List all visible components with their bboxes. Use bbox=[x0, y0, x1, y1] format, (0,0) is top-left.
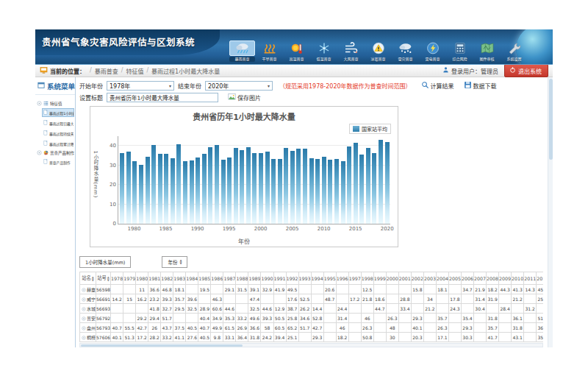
value-cell: 52.8 bbox=[311, 314, 323, 323]
expand-icon[interactable] bbox=[82, 287, 87, 292]
column-header-year[interactable]: 2012 bbox=[537, 272, 543, 285]
table-row-56792[interactable]: 普安5679229.229.451.740.434.935.333.249.63… bbox=[80, 314, 544, 323]
column-header-year[interactable]: 2011 bbox=[524, 272, 537, 285]
nav-item-map-review[interactable]: 图件审核 bbox=[473, 40, 501, 63]
column-header-year[interactable]: 2001 bbox=[398, 272, 411, 285]
column-header-year[interactable]: 2003 bbox=[423, 272, 436, 285]
end-year-select[interactable]: 2020年 ▾ bbox=[205, 81, 273, 91]
nav-item-low-temp[interactable]: 低温普查 bbox=[310, 40, 337, 63]
column-header-year[interactable]: 1985 bbox=[198, 272, 211, 285]
column-header-year[interactable]: 1998 bbox=[361, 272, 373, 285]
column-header-year[interactable]: 2005 bbox=[448, 272, 461, 285]
column-header-year[interactable]: 1987 bbox=[223, 272, 236, 285]
station-name-cell[interactable]: 普安 bbox=[80, 314, 96, 323]
table-row-57606[interactable]: 桐梓5760640.151.317.228.233.241.127.640.59… bbox=[80, 333, 544, 342]
year-filter-box[interactable]: 年份 ▲▼ bbox=[162, 256, 187, 268]
column-header-year[interactable]: 1990 bbox=[261, 272, 273, 285]
logout-button[interactable]: 退出系统 bbox=[504, 64, 548, 77]
column-header-year[interactable]: 2002 bbox=[411, 272, 423, 285]
value-cell: 31.8 bbox=[512, 323, 524, 333]
expand-icon[interactable] bbox=[82, 297, 87, 302]
column-header-year[interactable]: 2010 bbox=[512, 272, 524, 285]
sidebar-group[interactable]: 特征值 bbox=[37, 101, 74, 107]
nav-item-risk[interactable]: 综合风险 bbox=[446, 40, 473, 63]
column-header-year[interactable]: 1978 bbox=[111, 272, 123, 285]
expand-icon[interactable] bbox=[37, 101, 42, 107]
column-header-year[interactable]: 1981 bbox=[148, 272, 161, 285]
hscroll-thumb[interactable] bbox=[81, 344, 243, 347]
value-cell bbox=[348, 323, 361, 333]
station-name-cell[interactable]: 威宁 bbox=[80, 294, 96, 304]
vscroll-thumb[interactable] bbox=[549, 79, 553, 160]
column-header-year[interactable]: 2000 bbox=[386, 272, 398, 285]
column-header-year[interactable]: 1982 bbox=[161, 272, 173, 285]
vertical-scrollbar[interactable] bbox=[548, 77, 553, 347]
sort-arrows-icon[interactable]: ▲▼ bbox=[107, 276, 110, 282]
start-year-select[interactable]: 1978年 ▾ bbox=[107, 81, 174, 91]
column-header-year[interactable]: 1992 bbox=[286, 272, 298, 285]
nav-item-drought[interactable]: 干旱普查 bbox=[256, 40, 283, 63]
expand-icon[interactable] bbox=[82, 316, 87, 321]
station-name-cell[interactable]: 桐梓 bbox=[80, 333, 96, 342]
save-image-button[interactable]: 保存图片 bbox=[228, 93, 261, 102]
column-header-year[interactable]: 1994 bbox=[311, 272, 323, 285]
sort-arrows-icon[interactable]: ▲▼ bbox=[179, 259, 182, 265]
column-header-year[interactable]: 2004 bbox=[436, 272, 448, 285]
chart-legend[interactable]: 国家站平均 bbox=[349, 124, 391, 134]
column-header-year[interactable]: 1984 bbox=[186, 272, 198, 285]
table-row-56793[interactable]: 盘州5679340.755.542.72643.737.540.540.749.… bbox=[80, 323, 544, 333]
value-cell: 44.3 bbox=[499, 285, 512, 294]
column-header-year[interactable]: 1979 bbox=[123, 272, 136, 285]
expand-icon[interactable] bbox=[82, 306, 87, 311]
calculate-button[interactable]: 计算结果 bbox=[421, 81, 454, 91]
column-header-year[interactable]: 2007 bbox=[474, 272, 487, 285]
nav-item-wind[interactable]: 大风普查 bbox=[337, 40, 365, 63]
breadcrumb-item[interactable]: 暴雨过程1小时最大降水量 bbox=[151, 67, 220, 75]
column-header-year[interactable]: 1993 bbox=[298, 272, 311, 285]
column-header-year[interactable]: 1996 bbox=[336, 272, 348, 285]
horizontal-scrollbar[interactable] bbox=[79, 343, 543, 347]
table-row-56693[interactable]: 水城5669341.832.729.532.528.960.644.632.54… bbox=[80, 304, 544, 314]
column-header-year[interactable]: 1983 bbox=[173, 272, 186, 285]
download-button[interactable]: 数据下载 bbox=[464, 81, 497, 91]
chart-title-input[interactable] bbox=[107, 93, 218, 102]
breadcrumb-item[interactable]: 暴雨普查 bbox=[95, 67, 118, 75]
column-header-year[interactable]: 1986 bbox=[211, 272, 223, 285]
sidebar-item-label: 暴雨过程日最大降水量 bbox=[49, 121, 74, 126]
nav-item-snow[interactable]: 雪灾普查 bbox=[392, 40, 419, 63]
sidebar-group[interactable]: 普查产品制作 bbox=[37, 150, 74, 156]
column-header-year[interactable]: 1989 bbox=[248, 272, 261, 285]
column-header-year[interactable]: 1995 bbox=[323, 272, 336, 285]
station-name-cell[interactable]: 水城 bbox=[80, 304, 96, 314]
sidebar-item[interactable]: 暴雨过程1小时最大降水量 bbox=[42, 108, 74, 117]
table-row-56598[interactable]: 赫章565981136.646.818.119.529.131.539.132.… bbox=[80, 285, 544, 294]
column-header-year[interactable]: 1980 bbox=[136, 272, 148, 285]
nav-item-rainstorm[interactable]: 暴雨普查 bbox=[229, 40, 256, 63]
column-header-year[interactable]: 2009 bbox=[499, 272, 512, 285]
sidebar-item[interactable]: 暴雨过程日最大降水量 bbox=[42, 118, 74, 127]
expand-icon[interactable] bbox=[82, 335, 87, 340]
nav-item-high-temp[interactable]: 高温普查 bbox=[283, 40, 310, 63]
expand-icon[interactable] bbox=[82, 325, 87, 330]
column-header-year[interactable]: 1999 bbox=[373, 272, 386, 285]
nav-item-lightning[interactable]: 雷电普查 bbox=[419, 40, 446, 63]
table-row-56691[interactable]: 威宁5669114.21516.223.239.335.739.646.347.… bbox=[80, 294, 544, 304]
sidebar-item[interactable]: 暴雨过程累计降水量 bbox=[42, 139, 74, 148]
sidebar-item[interactable]: 暴雨过程持续天数 bbox=[42, 129, 74, 138]
nav-item-hail[interactable]: 冰雹普查 bbox=[365, 40, 392, 63]
sort-arrows-icon[interactable]: ▲▼ bbox=[92, 276, 94, 282]
column-header-id[interactable]: 站号▲▼ bbox=[96, 272, 111, 285]
station-name-cell[interactable]: 赫章 bbox=[80, 285, 96, 294]
expand-icon[interactable] bbox=[37, 150, 42, 156]
nav-item-settings[interactable]: 系统设置 bbox=[501, 40, 528, 63]
sidebar-item[interactable]: 普查产品制作 bbox=[42, 158, 74, 166]
column-header-year[interactable]: 2008 bbox=[487, 272, 499, 285]
column-header-year[interactable]: 1991 bbox=[273, 272, 286, 285]
column-header-year[interactable]: 2006 bbox=[461, 272, 473, 285]
column-header-year[interactable]: 1988 bbox=[236, 272, 248, 285]
unit-filter-box[interactable]: 1小时降水量(mm) bbox=[79, 256, 131, 268]
column-header-year[interactable]: 1997 bbox=[348, 272, 361, 285]
station-name-cell[interactable]: 盘州 bbox=[80, 323, 96, 333]
breadcrumb-item[interactable]: 特征值 bbox=[126, 67, 143, 75]
column-header-station[interactable]: 站名▲▼ bbox=[80, 272, 96, 285]
